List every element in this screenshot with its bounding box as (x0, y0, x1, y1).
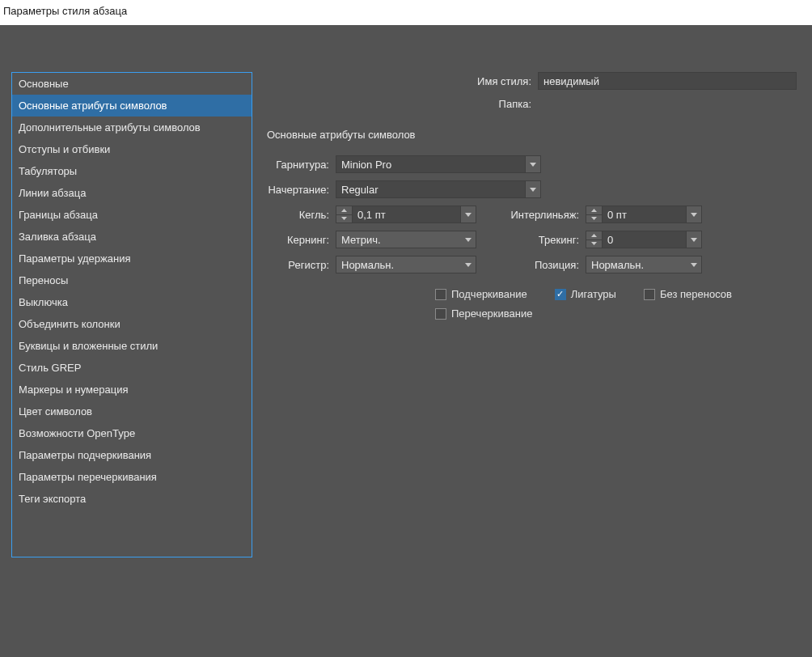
sidebar-item[interactable]: Линии абзаца (12, 182, 252, 204)
window-title: Параметры стиля абзаца (3, 5, 127, 17)
sidebar-item[interactable]: Заливка абзаца (12, 226, 252, 248)
chevron-down-icon (465, 213, 472, 217)
size-label: Кегль: (267, 209, 336, 221)
leading-dropdown-button[interactable] (686, 206, 702, 223)
tracking-label: Трекинг: (476, 234, 586, 246)
chevron-up-icon (591, 234, 597, 237)
sidebar-item[interactable]: Буквицы и вложенные стили (12, 335, 252, 357)
settings-panel: Имя стиля: Папка: Основные атрибуты симв… (267, 72, 801, 327)
position-select[interactable]: Нормальн. (586, 256, 702, 273)
sidebar-item[interactable]: Цвет символов (12, 401, 252, 422)
chevron-down-icon (591, 217, 597, 220)
nobreak-checkbox[interactable] (644, 289, 655, 300)
size-spinner[interactable] (336, 206, 352, 223)
leading-spinner-down[interactable] (586, 215, 602, 223)
sidebar-item[interactable]: Отступы и отбивки (12, 138, 252, 160)
sidebar-item[interactable]: Объединить колонки (12, 313, 252, 335)
size-field[interactable] (336, 206, 476, 223)
font-family-combo[interactable] (336, 155, 541, 173)
section-title: Основные атрибуты символов (267, 129, 801, 141)
leading-field[interactable] (586, 206, 702, 223)
position-value: Нормальн. (586, 259, 687, 271)
leading-spinner[interactable] (586, 206, 602, 223)
ligatures-label: Лигатуры (571, 288, 616, 300)
case-label: Регистр: (267, 259, 336, 271)
sidebar-item[interactable]: Параметры перечеркивания (12, 466, 252, 488)
folder-label: Папка: (267, 98, 538, 110)
sidebar-item[interactable]: Основные (12, 73, 252, 95)
sidebar-item[interactable]: Переносы (12, 269, 252, 291)
font-style-combo[interactable] (336, 180, 541, 198)
underline-checkbox-row[interactable]: Подчеркивание (435, 288, 527, 300)
sidebar-item[interactable]: Возможности OpenType (12, 422, 252, 444)
sidebar-item[interactable]: Табуляторы (12, 160, 252, 182)
size-input[interactable] (352, 206, 460, 223)
dialog-body: ОсновныеОсновные атрибуты символовДополн… (0, 25, 812, 657)
chevron-up-icon (341, 209, 347, 212)
chevron-down-icon (341, 217, 347, 220)
kerning-select[interactable]: Метрич. (336, 231, 476, 248)
chevron-down-icon (461, 263, 476, 267)
leading-label: Интерлиньяж: (476, 209, 586, 221)
chevron-down-icon (687, 263, 701, 267)
kerning-label: Кернинг: (267, 234, 336, 246)
font-family-label: Гарнитура: (267, 159, 336, 171)
category-sidebar: ОсновныеОсновные атрибуты символовДополн… (11, 72, 252, 557)
nobreak-checkbox-row[interactable]: Без переносов (644, 288, 732, 300)
ligatures-checkbox-row[interactable]: Лигатуры (555, 288, 616, 300)
size-spinner-down[interactable] (336, 215, 352, 223)
tracking-spinner[interactable] (586, 231, 602, 248)
tracking-dropdown-button[interactable] (686, 231, 702, 248)
sidebar-item[interactable]: Параметры подчеркивания (12, 444, 252, 466)
sidebar-item[interactable]: Границы абзаца (12, 204, 252, 226)
style-name-label: Имя стиля: (267, 75, 538, 87)
font-family-dropdown-button[interactable] (525, 155, 541, 173)
tracking-input[interactable] (602, 231, 686, 248)
underline-label: Подчеркивание (451, 288, 527, 300)
leading-input[interactable] (602, 206, 686, 223)
nobreak-label: Без переносов (660, 288, 732, 300)
chevron-down-icon (530, 163, 536, 167)
chevron-down-icon (591, 242, 597, 245)
font-style-label: Начертание: (267, 184, 336, 196)
chevron-up-icon (591, 209, 597, 212)
ligatures-checkbox[interactable] (555, 289, 566, 300)
title-bar: Параметры стиля абзаца (0, 0, 812, 25)
position-label: Позиция: (476, 259, 586, 271)
strikethrough-checkbox[interactable] (435, 308, 446, 320)
chevron-down-icon (691, 213, 697, 217)
font-family-input[interactable] (336, 155, 525, 173)
sidebar-item[interactable]: Теги экспорта (12, 488, 252, 510)
strikethrough-checkbox-row[interactable]: Перечеркивание (435, 307, 532, 320)
font-style-input[interactable] (336, 180, 525, 198)
tracking-spinner-down[interactable] (586, 240, 602, 248)
kerning-value: Метрич. (336, 234, 461, 246)
size-spinner-up[interactable] (336, 206, 352, 215)
sidebar-item[interactable]: Выключка (12, 291, 252, 313)
case-select[interactable]: Нормальн. (336, 256, 476, 273)
sidebar-item[interactable]: Маркеры и нумерация (12, 379, 252, 401)
strikethrough-label: Перечеркивание (451, 307, 532, 320)
chevron-down-icon (691, 238, 697, 242)
size-dropdown-button[interactable] (460, 206, 476, 223)
sidebar-item[interactable]: Основные атрибуты символов (12, 95, 252, 117)
tracking-spinner-up[interactable] (586, 231, 602, 240)
chevron-down-icon (530, 188, 536, 192)
leading-spinner-up[interactable] (586, 206, 602, 215)
case-value: Нормальн. (336, 259, 461, 271)
style-name-input[interactable] (538, 72, 797, 90)
sidebar-item[interactable]: Параметры удержания (12, 248, 252, 269)
font-style-dropdown-button[interactable] (525, 180, 541, 198)
tracking-field[interactable] (586, 231, 702, 248)
sidebar-item[interactable]: Дополнительные атрибуты символов (12, 117, 252, 138)
underline-checkbox[interactable] (435, 289, 446, 300)
sidebar-item[interactable]: Стиль GREP (12, 357, 252, 379)
chevron-down-icon (461, 238, 476, 242)
